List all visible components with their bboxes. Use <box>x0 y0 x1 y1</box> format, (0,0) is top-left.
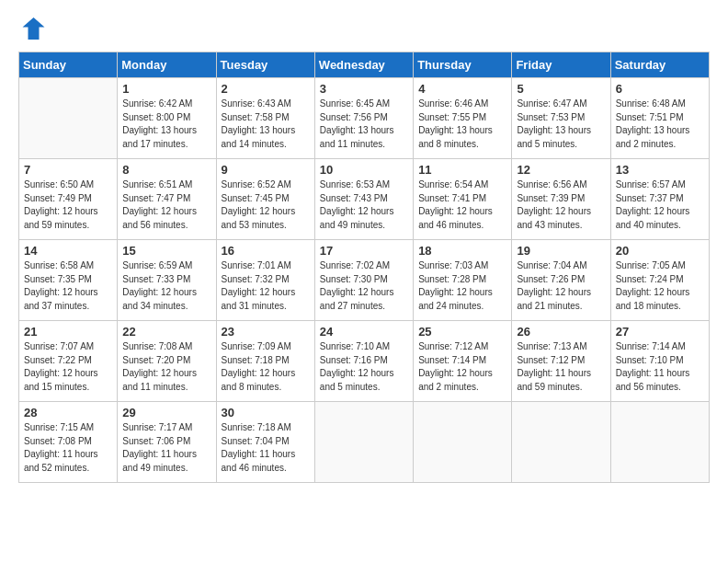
day-number: 19 <box>517 244 605 258</box>
day-number: 11 <box>418 163 506 177</box>
calendar-cell: 10Sunrise: 6:53 AM Sunset: 7:43 PM Dayli… <box>314 159 413 240</box>
day-info: Sunrise: 6:42 AM Sunset: 8:00 PM Dayligh… <box>122 98 210 151</box>
calendar-cell: 6Sunrise: 6:48 AM Sunset: 7:51 PM Daylig… <box>610 78 709 159</box>
calendar: SundayMondayTuesdayWednesdayThursdayFrid… <box>18 52 710 483</box>
day-info: Sunrise: 6:51 AM Sunset: 7:47 PM Dayligh… <box>122 178 210 232</box>
day-number: 14 <box>24 244 112 258</box>
day-number: 30 <box>222 406 310 419</box>
day-number: 18 <box>418 244 506 258</box>
calendar-cell: 29Sunrise: 7:17 AM Sunset: 7:06 PM Dayli… <box>118 402 216 483</box>
day-number: 15 <box>122 244 210 258</box>
day-info: Sunrise: 7:02 AM Sunset: 7:30 PM Dayligh… <box>320 259 408 313</box>
calendar-cell: 3Sunrise: 6:45 AM Sunset: 7:56 PM Daylig… <box>314 78 413 159</box>
calendar-cell: 25Sunrise: 7:12 AM Sunset: 7:14 PM Dayli… <box>414 321 512 402</box>
calendar-cell: 7Sunrise: 6:50 AM Sunset: 7:49 PM Daylig… <box>19 159 118 240</box>
day-info: Sunrise: 7:18 AM Sunset: 7:04 PM Dayligh… <box>222 421 310 475</box>
calendar-header-monday: Monday <box>118 52 216 78</box>
logo-icon <box>18 15 46 42</box>
calendar-cell: 18Sunrise: 7:03 AM Sunset: 7:28 PM Dayli… <box>414 240 512 321</box>
day-info: Sunrise: 7:05 AM Sunset: 7:24 PM Dayligh… <box>616 259 704 313</box>
svg-marker-0 <box>23 17 45 40</box>
calendar-cell: 23Sunrise: 7:09 AM Sunset: 7:18 PM Dayli… <box>216 321 314 402</box>
day-info: Sunrise: 7:03 AM Sunset: 7:28 PM Dayligh… <box>418 259 506 313</box>
calendar-cell: 27Sunrise: 7:14 AM Sunset: 7:10 PM Dayli… <box>610 321 709 402</box>
day-info: Sunrise: 6:59 AM Sunset: 7:33 PM Dayligh… <box>122 259 210 313</box>
page: SundayMondayTuesdayWednesdayThursdayFrid… <box>0 0 728 563</box>
calendar-cell: 2Sunrise: 6:43 AM Sunset: 7:58 PM Daylig… <box>216 78 314 159</box>
day-number: 9 <box>222 163 310 177</box>
day-number: 24 <box>320 325 408 339</box>
logo <box>18 15 50 42</box>
day-number: 20 <box>616 244 704 258</box>
calendar-cell: 30Sunrise: 7:18 AM Sunset: 7:04 PM Dayli… <box>216 402 314 483</box>
calendar-week-1: 1Sunrise: 6:42 AM Sunset: 8:00 PM Daylig… <box>19 78 710 159</box>
calendar-cell: 21Sunrise: 7:07 AM Sunset: 7:22 PM Dayli… <box>19 321 118 402</box>
day-info: Sunrise: 7:07 AM Sunset: 7:22 PM Dayligh… <box>24 340 112 394</box>
day-number: 17 <box>320 244 408 258</box>
calendar-header-friday: Friday <box>512 52 610 78</box>
day-number: 16 <box>222 244 310 258</box>
calendar-cell: 26Sunrise: 7:13 AM Sunset: 7:12 PM Dayli… <box>512 321 610 402</box>
calendar-cell: 12Sunrise: 6:56 AM Sunset: 7:39 PM Dayli… <box>512 159 610 240</box>
day-info: Sunrise: 7:10 AM Sunset: 7:16 PM Dayligh… <box>320 340 408 394</box>
calendar-cell <box>610 402 709 483</box>
day-info: Sunrise: 7:09 AM Sunset: 7:18 PM Dayligh… <box>222 340 310 394</box>
header <box>18 15 710 42</box>
day-info: Sunrise: 6:50 AM Sunset: 7:49 PM Dayligh… <box>24 178 112 232</box>
day-number: 28 <box>24 406 112 419</box>
day-number: 2 <box>222 82 310 96</box>
day-info: Sunrise: 6:52 AM Sunset: 7:45 PM Dayligh… <box>222 178 310 232</box>
calendar-cell: 19Sunrise: 7:04 AM Sunset: 7:26 PM Dayli… <box>512 240 610 321</box>
day-info: Sunrise: 7:08 AM Sunset: 7:20 PM Dayligh… <box>122 340 210 394</box>
calendar-cell: 17Sunrise: 7:02 AM Sunset: 7:30 PM Dayli… <box>314 240 413 321</box>
day-number: 22 <box>122 325 210 339</box>
day-number: 12 <box>517 163 605 177</box>
calendar-cell: 22Sunrise: 7:08 AM Sunset: 7:20 PM Dayli… <box>118 321 216 402</box>
day-number: 25 <box>418 325 506 339</box>
calendar-header-saturday: Saturday <box>610 52 709 78</box>
calendar-cell: 13Sunrise: 6:57 AM Sunset: 7:37 PM Dayli… <box>610 159 709 240</box>
calendar-cell <box>414 402 512 483</box>
calendar-cell: 24Sunrise: 7:10 AM Sunset: 7:16 PM Dayli… <box>314 321 413 402</box>
day-number: 5 <box>517 82 605 96</box>
calendar-cell: 11Sunrise: 6:54 AM Sunset: 7:41 PM Dayli… <box>414 159 512 240</box>
day-info: Sunrise: 6:58 AM Sunset: 7:35 PM Dayligh… <box>24 259 112 313</box>
calendar-cell: 16Sunrise: 7:01 AM Sunset: 7:32 PM Dayli… <box>216 240 314 321</box>
day-info: Sunrise: 7:17 AM Sunset: 7:06 PM Dayligh… <box>122 421 210 475</box>
day-number: 26 <box>517 325 605 339</box>
calendar-header-tuesday: Tuesday <box>216 52 314 78</box>
calendar-week-2: 7Sunrise: 6:50 AM Sunset: 7:49 PM Daylig… <box>19 159 710 240</box>
day-number: 21 <box>24 325 112 339</box>
calendar-cell: 5Sunrise: 6:47 AM Sunset: 7:53 PM Daylig… <box>512 78 610 159</box>
calendar-week-5: 28Sunrise: 7:15 AM Sunset: 7:08 PM Dayli… <box>19 402 710 483</box>
calendar-cell <box>314 402 413 483</box>
calendar-header-row: SundayMondayTuesdayWednesdayThursdayFrid… <box>19 52 710 78</box>
calendar-cell: 28Sunrise: 7:15 AM Sunset: 7:08 PM Dayli… <box>19 402 118 483</box>
day-info: Sunrise: 7:04 AM Sunset: 7:26 PM Dayligh… <box>517 259 605 313</box>
calendar-cell: 14Sunrise: 6:58 AM Sunset: 7:35 PM Dayli… <box>19 240 118 321</box>
day-number: 23 <box>222 325 310 339</box>
calendar-cell: 8Sunrise: 6:51 AM Sunset: 7:47 PM Daylig… <box>118 159 216 240</box>
day-info: Sunrise: 6:47 AM Sunset: 7:53 PM Dayligh… <box>517 98 605 151</box>
calendar-cell: 15Sunrise: 6:59 AM Sunset: 7:33 PM Dayli… <box>118 240 216 321</box>
calendar-header-wednesday: Wednesday <box>314 52 413 78</box>
day-info: Sunrise: 7:01 AM Sunset: 7:32 PM Dayligh… <box>222 259 310 313</box>
day-info: Sunrise: 7:15 AM Sunset: 7:08 PM Dayligh… <box>24 421 112 475</box>
calendar-header-sunday: Sunday <box>19 52 118 78</box>
day-number: 29 <box>122 406 210 419</box>
day-info: Sunrise: 6:57 AM Sunset: 7:37 PM Dayligh… <box>616 178 704 232</box>
day-number: 8 <box>122 163 210 177</box>
calendar-cell: 9Sunrise: 6:52 AM Sunset: 7:45 PM Daylig… <box>216 159 314 240</box>
day-info: Sunrise: 6:53 AM Sunset: 7:43 PM Dayligh… <box>320 178 408 232</box>
day-info: Sunrise: 7:12 AM Sunset: 7:14 PM Dayligh… <box>418 340 506 394</box>
calendar-cell <box>512 402 610 483</box>
calendar-week-4: 21Sunrise: 7:07 AM Sunset: 7:22 PM Dayli… <box>19 321 710 402</box>
calendar-cell: 1Sunrise: 6:42 AM Sunset: 8:00 PM Daylig… <box>118 78 216 159</box>
day-number: 7 <box>24 163 112 177</box>
calendar-week-3: 14Sunrise: 6:58 AM Sunset: 7:35 PM Dayli… <box>19 240 710 321</box>
day-number: 4 <box>418 82 506 96</box>
day-number: 6 <box>616 82 704 96</box>
day-number: 1 <box>122 82 210 96</box>
day-info: Sunrise: 7:14 AM Sunset: 7:10 PM Dayligh… <box>616 340 704 394</box>
day-number: 10 <box>320 163 408 177</box>
